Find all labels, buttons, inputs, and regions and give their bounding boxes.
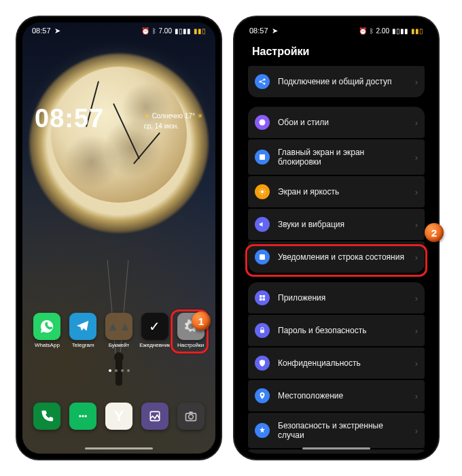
sun-small-icon: ☀ bbox=[197, 111, 203, 121]
telegram-status-icon: ➤ bbox=[272, 27, 278, 35]
sound-icon bbox=[255, 217, 270, 232]
lock-icon bbox=[255, 323, 270, 338]
chevron-right-icon: › bbox=[415, 358, 418, 369]
settings-row-safety[interactable]: Безопасность и экстренные случаи › bbox=[248, 413, 425, 448]
chevron-right-icon: › bbox=[415, 220, 418, 230]
phone-left: 08:57 ➤ ⏰ ᛒ 7.00 ▮▯▮▮ ▮▮▯ 08:57 ☀ Солнеч… bbox=[17, 17, 221, 459]
settings-row-display[interactable]: Экран и яркость › bbox=[248, 176, 425, 207]
bookmate-icon: ▲▲ bbox=[105, 313, 132, 340]
app-diary[interactable]: ✓ Ежедневник bbox=[140, 313, 170, 348]
net-speed: 2.00 bbox=[376, 27, 389, 35]
svg-rect-17 bbox=[260, 330, 264, 333]
dock-phone[interactable] bbox=[32, 403, 62, 430]
settings-row-sound[interactable]: Звуки и вибрация › bbox=[248, 209, 425, 240]
battery-icon: ▮▮▯ bbox=[411, 27, 423, 35]
phone-right: 08:57 ➤ ⏰ ᛒ 2.00 ▮▯▮▮ ▮▮▯ Настройки Подк… bbox=[234, 17, 438, 459]
dock-camera[interactable] bbox=[176, 403, 206, 430]
messages-icon bbox=[69, 403, 96, 430]
settings-row-homescreen[interactable]: Главный экран и экран блокировки › bbox=[248, 139, 425, 175]
diary-icon: ✓ bbox=[141, 313, 168, 340]
wallpaper-moon bbox=[51, 67, 187, 203]
chevron-right-icon: › bbox=[415, 152, 418, 163]
chevron-right-icon: › bbox=[415, 118, 418, 128]
svg-point-9 bbox=[260, 120, 266, 126]
battery-icon: ▮▮▯ bbox=[194, 27, 206, 35]
weather-text: Солнечно 17° bbox=[152, 111, 195, 121]
settings-row-privacy[interactable]: Конфиденциальность › bbox=[248, 347, 425, 379]
nav-handle[interactable] bbox=[85, 447, 153, 449]
status-time: 08:57 bbox=[249, 27, 268, 35]
yandex-icon: Y bbox=[105, 403, 132, 430]
shield-icon bbox=[255, 356, 270, 371]
apps-icon bbox=[255, 290, 270, 305]
settings-row-password[interactable]: Пароль и безопасность › bbox=[248, 315, 425, 346]
svg-point-0 bbox=[79, 415, 81, 417]
settings-row-wallpaper[interactable]: Обои и стили › bbox=[248, 107, 425, 138]
callout-badge-2: 2 bbox=[425, 223, 444, 242]
dock-messages[interactable] bbox=[68, 403, 98, 430]
page-title: Настройки bbox=[240, 39, 433, 66]
brightness-icon bbox=[255, 184, 270, 199]
phone-icon bbox=[33, 403, 60, 430]
settings-row-connection[interactable]: Подключение и общий доступ › bbox=[248, 66, 425, 97]
svg-rect-16 bbox=[263, 299, 266, 301]
status-time: 08:57 bbox=[32, 27, 51, 35]
dock: Y bbox=[22, 403, 215, 430]
share-icon bbox=[255, 74, 270, 89]
telegram-icon bbox=[69, 313, 96, 340]
bluetooth-icon: ᛒ bbox=[370, 27, 374, 35]
highlight-apps-row bbox=[245, 244, 427, 277]
svg-point-2 bbox=[85, 415, 87, 417]
alarm-icon: ⏰ bbox=[141, 27, 149, 35]
chevron-right-icon: › bbox=[415, 426, 418, 436]
svg-point-5 bbox=[188, 415, 193, 420]
signal-icon: ▮▯▮▮ bbox=[175, 27, 191, 35]
settings-row-battery[interactable]: Батарея › bbox=[248, 449, 425, 454]
chevron-right-icon: › bbox=[415, 326, 418, 336]
camera-icon bbox=[177, 403, 205, 430]
bluetooth-icon: ᛒ bbox=[152, 27, 156, 35]
palette-icon bbox=[255, 115, 270, 130]
dock-gallery[interactable] bbox=[140, 403, 170, 430]
svg-rect-10 bbox=[260, 154, 265, 160]
settings-row-location[interactable]: Местоположение › bbox=[248, 380, 425, 411]
home-screen[interactable]: 08:57 ➤ ⏰ ᛒ 7.00 ▮▯▮▮ ▮▮▯ 08:57 ☀ Солнеч… bbox=[22, 22, 215, 454]
chevron-right-icon: › bbox=[415, 187, 418, 197]
svg-rect-15 bbox=[260, 299, 262, 301]
svg-point-11 bbox=[261, 190, 264, 193]
svg-rect-14 bbox=[263, 295, 266, 298]
svg-rect-13 bbox=[260, 295, 262, 298]
chevron-right-icon: › bbox=[415, 391, 418, 401]
clock-widget[interactable]: 08:57 bbox=[35, 104, 104, 133]
app-telegram[interactable]: Telegram bbox=[68, 313, 98, 348]
net-speed: 7.00 bbox=[159, 27, 172, 35]
gallery-icon bbox=[141, 403, 168, 430]
svg-point-1 bbox=[82, 415, 84, 417]
status-bar: 08:57 ➤ ⏰ ᛒ 2.00 ▮▯▮▮ ▮▮▯ bbox=[240, 22, 433, 39]
signal-icon: ▮▯▮▮ bbox=[392, 27, 408, 35]
clock-time: 08:57 bbox=[35, 104, 104, 133]
chevron-right-icon: › bbox=[415, 293, 418, 303]
wallpaper-figure bbox=[109, 345, 129, 386]
status-bar: 08:57 ➤ ⏰ ᛒ 7.00 ▮▯▮▮ ▮▮▯ bbox=[22, 22, 215, 39]
settings-row-apps[interactable]: Приложения › bbox=[248, 282, 425, 313]
telegram-status-icon: ➤ bbox=[54, 27, 60, 35]
app-bookmate[interactable]: ▲▲ Букмейт bbox=[104, 313, 134, 348]
weather-widget[interactable]: ☀ Солнечно 17° ☀ ср, 14 июн. bbox=[144, 111, 203, 131]
callout-badge-1: 1 bbox=[192, 311, 211, 330]
page-indicator[interactable] bbox=[22, 369, 215, 372]
weather-date: ср, 14 июн. bbox=[144, 121, 203, 131]
chevron-right-icon: › bbox=[415, 77, 418, 87]
nav-handle[interactable] bbox=[302, 447, 370, 449]
app-whatsapp[interactable]: WhatsApp bbox=[32, 313, 62, 348]
whatsapp-icon bbox=[33, 313, 60, 340]
dock-yandex[interactable]: Y bbox=[104, 403, 134, 430]
sun-icon: ☀ bbox=[144, 111, 150, 121]
settings-screen[interactable]: 08:57 ➤ ⏰ ᛒ 2.00 ▮▯▮▮ ▮▮▯ Настройки Подк… bbox=[240, 22, 433, 454]
location-icon bbox=[255, 388, 270, 403]
emergency-icon bbox=[255, 423, 270, 438]
alarm-icon: ⏰ bbox=[359, 27, 367, 35]
home-icon bbox=[255, 150, 270, 165]
